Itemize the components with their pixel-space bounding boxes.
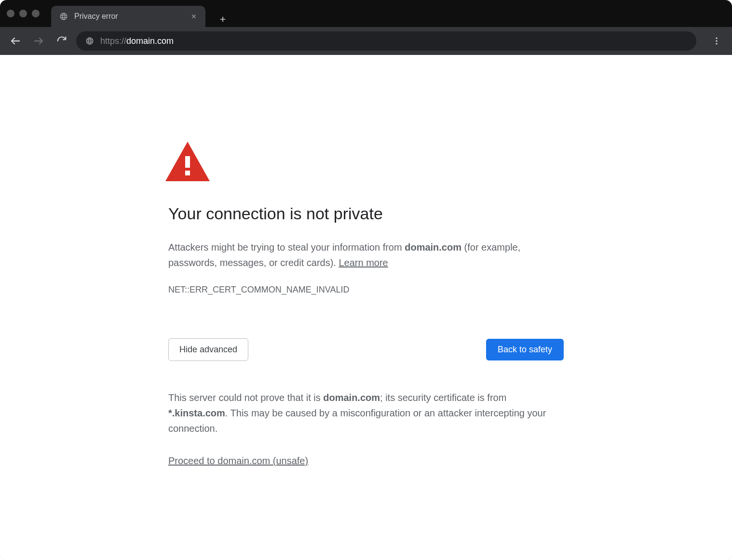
advanced-explanation: This server could not prove that it is d… [168,390,564,436]
address-bar[interactable]: https://domain.com [76,31,696,51]
advanced-cert-from: *.kinsta.com [168,408,225,418]
proceed-unsafe-link[interactable]: Proceed to domain.com (unsafe) [168,455,308,467]
error-code: NET::ERR_CERT_COMMON_NAME_INVALID [168,285,564,295]
svg-point-1 [716,40,717,41]
warning-title: Your connection is not private [168,204,564,223]
tab-title: Privacy error [74,12,184,21]
url-scheme: https:// [100,36,126,46]
ssl-warning-interstitial: Your connection is not private Attackers… [168,55,564,467]
warning-body-domain: domain.com [405,242,461,253]
back-button[interactable] [7,32,24,50]
window-maximize-button[interactable] [32,10,40,17]
warning-triangle-icon [165,142,564,183]
advanced-prefix: This server could not prove that it is [168,392,323,403]
advanced-mid: ; its security certificate is from [380,392,506,403]
new-tab-button[interactable] [215,12,230,27]
svg-point-0 [716,38,717,39]
close-icon[interactable] [190,13,198,20]
warning-body-prefix: Attackers might be trying to steal your … [168,242,405,253]
window-titlebar: Privacy error [0,0,732,27]
svg-rect-4 [185,156,190,168]
globe-icon [59,12,68,21]
window-minimize-button[interactable] [19,10,27,17]
window-controls [7,10,40,17]
url-host: domain.com [126,36,174,46]
svg-point-2 [716,43,717,44]
hide-advanced-button[interactable]: Hide advanced [168,338,248,361]
button-row: Hide advanced Back to safety [168,338,564,361]
svg-rect-5 [185,171,190,175]
url-display: https://domain.com [100,36,174,46]
browser-tab[interactable]: Privacy error [51,6,205,27]
tab-strip: Privacy error [51,0,230,27]
browser-toolbar: https://domain.com [0,27,732,55]
forward-button[interactable] [30,32,47,50]
advanced-suffix: . This may be caused by a misconfigurati… [168,408,546,434]
page-content: Your connection is not private Attackers… [0,55,732,560]
browser-menu-button[interactable] [708,32,725,50]
learn-more-link[interactable]: Learn more [339,257,388,268]
warning-body: Attackers might be trying to steal your … [168,240,564,270]
reload-button[interactable] [53,32,70,50]
globe-icon [85,36,95,46]
advanced-domain: domain.com [323,392,380,403]
back-to-safety-button[interactable]: Back to safety [486,339,564,360]
window-close-button[interactable] [7,10,14,17]
